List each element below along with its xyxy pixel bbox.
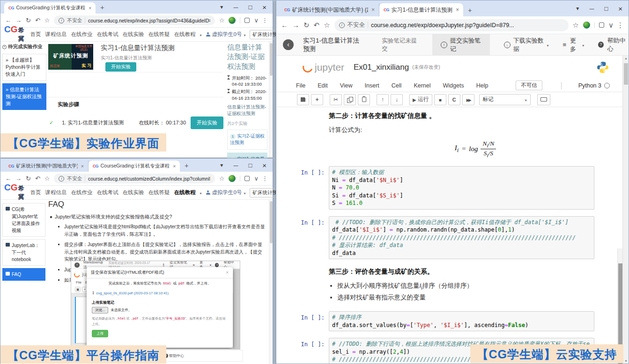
maximize-button[interactable] <box>604 5 608 12</box>
new-tab-button[interactable] <box>100 4 104 11</box>
stop-button[interactable] <box>434 94 446 105</box>
submit-notebook-button[interactable]: 提交实验笔记 <box>432 34 490 55</box>
bookmark-star-icon[interactable] <box>573 21 579 29</box>
menu-cell[interactable]: Cell <box>392 82 402 89</box>
screenshot-extension-icon[interactable] <box>599 22 604 28</box>
run-button[interactable]: 运行 <box>409 94 432 105</box>
menu-view[interactable]: View <box>340 82 353 89</box>
code-editor[interactable]: # 模型区：输入数据Ni = df_data['$N_i$']N = 70.0S… <box>329 166 594 210</box>
nav-item-qa[interactable]: 在线答疑 <box>148 31 170 38</box>
back-icon[interactable] <box>281 21 288 29</box>
sidebar-item-jupyterlab[interactable]: JupyterLab：下一代notebook <box>2 239 45 266</box>
home-star-icon[interactable] <box>44 17 50 24</box>
reload-icon[interactable] <box>303 21 310 29</box>
minimize-button[interactable] <box>233 162 238 168</box>
markdown-cell[interactable]: 第三步：评价各变量与成矿的关系。 按从大到小顺序将找矿信息量Ii排序（分组排序）… <box>276 266 622 305</box>
minimize-button[interactable] <box>589 5 594 12</box>
menu-widgets[interactable]: Widgets <box>443 82 464 89</box>
copy-cell-button[interactable] <box>344 94 356 105</box>
menu-kernel[interactable]: Kernel <box>414 82 430 89</box>
history-icon[interactable] <box>314 21 320 29</box>
paste-cell-button[interactable] <box>358 94 370 105</box>
cell-type-select[interactable]: 标记 <box>479 94 531 105</box>
history-icon[interactable] <box>35 175 40 182</box>
help-center-button[interactable]: 帮助中心 <box>598 36 629 53</box>
nav-item-course-info[interactable]: 课程信息 <box>45 189 67 196</box>
step-name[interactable]: 1. 实习1-信息量计算法预测 <box>62 119 124 126</box>
tab-list-caret-icon[interactable] <box>220 162 223 168</box>
maximize-button[interactable] <box>248 4 252 11</box>
sidebar-item-faq[interactable]: FAQ <box>2 268 45 281</box>
sidebar-item-info-quantity[interactable]: » 信息量计算法预测-证据权法预测 <box>2 83 46 110</box>
code-editor[interactable]: # 降序排序df_data.sort_values(by=['Type', '$… <box>329 311 594 331</box>
close-icon[interactable]: × <box>226 270 229 275</box>
back-icon[interactable] <box>5 17 11 24</box>
browser-menu-icon[interactable] <box>262 17 268 24</box>
extensions-chevron-icon[interactable] <box>608 21 613 29</box>
close-button[interactable] <box>262 161 266 169</box>
history-icon[interactable] <box>35 17 40 24</box>
restart-run-all-button[interactable] <box>462 94 474 105</box>
browser-tab-prediction[interactable]: CG 矿床统计预测(中国地质大学) (武 <box>280 3 379 16</box>
idm-extension-icon[interactable] <box>229 175 236 182</box>
scrollbar-thumb[interactable] <box>270 201 273 243</box>
info-icon[interactable] <box>339 22 345 28</box>
scrollbar[interactable] <box>269 42 273 158</box>
nav-item-home[interactable]: 首页 <box>30 189 41 196</box>
nav-item-homework[interactable]: 在线作业 <box>71 189 93 196</box>
nav-item-experiment[interactable]: 在线实验 <box>123 189 144 196</box>
nav-item-tutorial-active[interactable]: 在线教程 <box>174 189 196 196</box>
info-icon[interactable] <box>59 176 64 182</box>
uploaded-file-link[interactable]: cug_spod_0s_8100.pdf (2020-03-17 08:10:4… <box>92 291 228 295</box>
omnibox[interactable]: 不安全 course.educg.net/exp/index.jsp?assig… <box>54 15 215 25</box>
scrollbar[interactable] <box>269 200 273 364</box>
menu-insert[interactable]: Insert <box>365 82 379 89</box>
move-down-button[interactable] <box>391 94 403 105</box>
nav-item-qa[interactable]: 在线答疑 <box>148 189 170 196</box>
maximize-button[interactable] <box>248 162 252 169</box>
menu-help[interactable]: Help <box>476 82 488 89</box>
screenshot-extension-icon[interactable] <box>244 18 250 23</box>
bookmark-star-icon[interactable] <box>219 17 225 24</box>
home-star-icon[interactable] <box>324 21 330 29</box>
reload-icon[interactable] <box>26 175 31 182</box>
nav-item-exam[interactable]: 在线考试 <box>97 31 118 38</box>
nav-item-exam[interactable]: 在线考试 <box>97 189 118 196</box>
back-circle-icon[interactable] <box>283 39 294 50</box>
experiment-link-card[interactable]: 1实习2-证据权法预测 <box>227 130 267 150</box>
cut-cell-button[interactable] <box>330 94 342 105</box>
download-data-button[interactable]: 下载实验数据 <box>504 36 549 53</box>
reload-icon[interactable] <box>26 17 31 24</box>
close-button[interactable] <box>262 3 266 11</box>
code-cell[interactable]: In [ ]: # //TODO: 删除下行语句，换成你自己的计算公式，获得Ii… <box>276 216 622 260</box>
forward-icon[interactable] <box>15 17 22 24</box>
back-icon[interactable] <box>5 175 11 182</box>
browser-tab-prediction[interactable]: CG 矿床统计预测(中国地质大学) (武 <box>4 160 89 172</box>
menu-file[interactable]: File <box>296 82 305 89</box>
browse-button[interactable]: 浏览... <box>92 307 108 313</box>
start-experiment-button[interactable]: 开始实验 <box>105 62 136 72</box>
forward-icon[interactable] <box>15 175 22 182</box>
nav-item-home[interactable]: 首页 <box>30 31 41 38</box>
command-palette-button[interactable] <box>537 94 550 105</box>
add-cell-button[interactable] <box>311 94 323 105</box>
upload-button[interactable]: 上传 <box>92 330 108 337</box>
nav-item-tutorial[interactable]: 在线教程 <box>174 31 196 38</box>
omnibox[interactable]: 不安全 course.educg.net/customizedColumn/in… <box>54 174 215 183</box>
restart-kernel-button[interactable] <box>448 94 460 105</box>
forward-icon[interactable] <box>292 21 299 29</box>
tab-list-caret-icon[interactable] <box>220 4 223 10</box>
extensions-chevron-icon[interactable] <box>254 175 258 182</box>
extensions-chevron-icon[interactable] <box>254 17 258 24</box>
code-cell[interactable]: In [ ]: # 降序排序df_data.sort_values(by=['T… <box>276 311 622 331</box>
scroll-down-icon[interactable]: ▼ <box>624 359 628 363</box>
new-tab-button[interactable] <box>468 7 472 14</box>
scrollbar-thumb[interactable] <box>624 63 628 85</box>
browser-tab-coursegrading[interactable]: CG CourseGrading:计算机专业课程 <box>89 160 180 172</box>
tab-close-icon[interactable] <box>173 163 176 169</box>
nav-item-homework[interactable]: 在线作业 <box>71 31 93 38</box>
code-cell[interactable]: In [ ]: # 模型区：输入数据Ni = df_data['$N_i$']N… <box>276 166 622 210</box>
browser-menu-icon[interactable] <box>262 175 268 182</box>
scrollbar-thumb[interactable] <box>270 43 273 76</box>
more-button[interactable]: 更多 <box>563 36 585 53</box>
